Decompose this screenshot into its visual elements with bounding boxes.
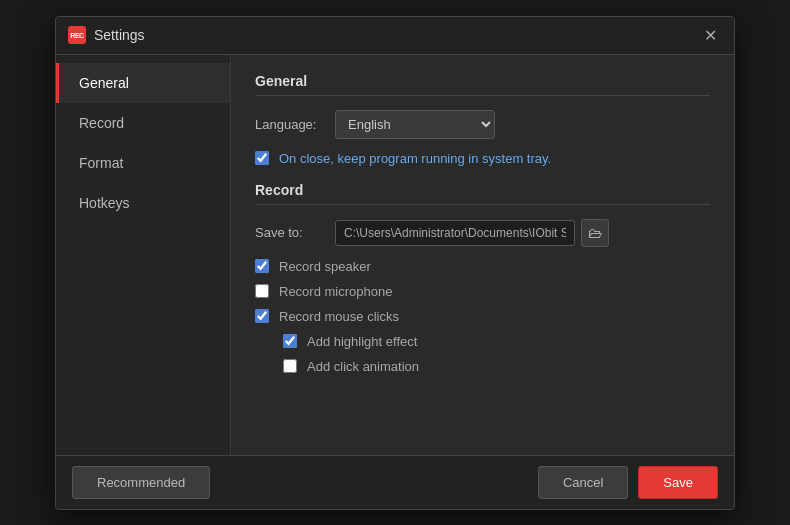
footer: Recommended Cancel Save (56, 455, 734, 509)
folder-icon: 🗁 (588, 225, 602, 241)
dialog-title: Settings (94, 27, 698, 43)
sidebar-item-record[interactable]: Record (56, 103, 230, 143)
sidebar-item-format[interactable]: Format (56, 143, 230, 183)
system-tray-row: On close, keep program running in system… (255, 151, 710, 166)
sidebar: General Record Format Hotkeys (56, 55, 231, 455)
click-animation-label[interactable]: Add click animation (307, 359, 419, 374)
language-select[interactable]: English Chinese French German Spanish (335, 110, 495, 139)
close-button[interactable]: ✕ (698, 23, 722, 47)
highlight-effect-checkbox[interactable] (283, 334, 297, 348)
general-section-header: General (255, 73, 710, 96)
record-section: Record Save to: 🗁 Record speaker (255, 182, 710, 374)
save-path-container: 🗁 (335, 219, 609, 247)
record-speaker-checkbox[interactable] (255, 259, 269, 273)
sidebar-item-general[interactable]: General (56, 63, 230, 103)
general-section: General Language: English Chinese French… (255, 73, 710, 166)
record-speaker-row: Record speaker (255, 259, 710, 274)
record-mouse-checkbox[interactable] (255, 309, 269, 323)
record-microphone-checkbox[interactable] (255, 284, 269, 298)
dialog-body: General Record Format Hotkeys General La… (56, 55, 734, 455)
record-microphone-label[interactable]: Record microphone (279, 284, 392, 299)
save-path-input[interactable] (335, 220, 575, 246)
record-mouse-row: Record mouse clicks (255, 309, 710, 324)
recommended-button[interactable]: Recommended (72, 466, 210, 499)
click-animation-row: Add click animation (255, 359, 710, 374)
close-icon: ✕ (704, 26, 717, 45)
language-row: Language: English Chinese French German … (255, 110, 710, 139)
record-microphone-row: Record microphone (255, 284, 710, 299)
system-tray-checkbox[interactable] (255, 151, 269, 165)
highlight-effect-row: Add highlight effect (255, 334, 710, 349)
app-icon: REC (68, 26, 86, 44)
language-label: Language: (255, 117, 335, 132)
sidebar-item-hotkeys[interactable]: Hotkeys (56, 183, 230, 223)
save-button[interactable]: Save (638, 466, 718, 499)
save-to-label: Save to: (255, 225, 335, 240)
browse-folder-button[interactable]: 🗁 (581, 219, 609, 247)
highlight-effect-label[interactable]: Add highlight effect (307, 334, 417, 349)
main-content: General Language: English Chinese French… (231, 55, 734, 455)
settings-dialog: REC Settings ✕ General Record Format Hot… (55, 16, 735, 510)
save-to-row: Save to: 🗁 (255, 219, 710, 247)
record-mouse-label[interactable]: Record mouse clicks (279, 309, 399, 324)
cancel-button[interactable]: Cancel (538, 466, 628, 499)
record-speaker-label[interactable]: Record speaker (279, 259, 371, 274)
record-section-header: Record (255, 182, 710, 205)
click-animation-checkbox[interactable] (283, 359, 297, 373)
title-bar: REC Settings ✕ (56, 17, 734, 55)
system-tray-label[interactable]: On close, keep program running in system… (279, 151, 551, 166)
